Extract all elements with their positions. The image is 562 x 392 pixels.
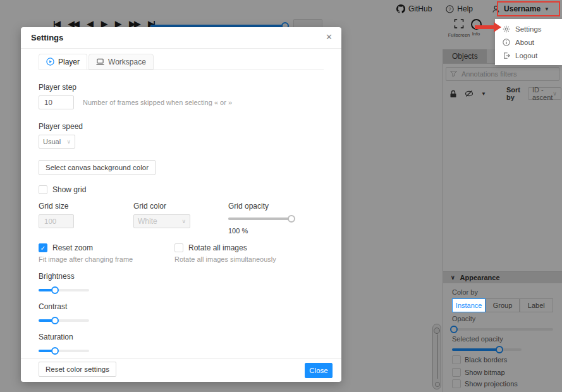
reset-zoom-label: Reset zoom [52, 243, 93, 252]
saturation-label: Saturation [39, 333, 324, 341]
chevron-down-icon: ∨ [66, 138, 71, 145]
grid-color-select[interactable]: White ∨ [133, 214, 190, 228]
menu-item-about[interactable]: About [495, 35, 562, 49]
show-grid-checkbox-box: ✓ [39, 185, 47, 194]
user-menu-dropdown: Settings About Logout [495, 19, 562, 65]
settings-modal-title: Settings [31, 33, 63, 42]
select-canvas-background-color-button[interactable]: Select canvas background color [39, 160, 156, 175]
player-step-label: Player step [39, 83, 324, 92]
settings-modal-footer: Close [21, 358, 341, 382]
gear-icon [503, 25, 510, 33]
grid-opacity-value: 100 % [228, 227, 323, 235]
grid-opacity-fill [228, 217, 291, 220]
settings-modal-body: Player Workspace Player step Number of f… [21, 49, 341, 377]
settings-modal-header: Settings ✕ [21, 27, 341, 49]
reset-zoom-checkbox[interactable]: ✓ Reset zoom [39, 243, 174, 252]
brightness-label: Brightness [39, 272, 324, 281]
tab-workspace-label: Workspace [108, 58, 146, 66]
show-grid-label: Show grid [52, 185, 86, 194]
tab-player-label: Player [58, 58, 80, 66]
player-step-hint: Number of frames skipped when selecting … [83, 99, 232, 106]
player-speed-select[interactable]: Usual ∨ [39, 135, 75, 149]
rotate-all-images-hint: Rotate all images simultaneously [174, 255, 310, 263]
grid-color-value: White [138, 217, 157, 226]
menu-item-logout[interactable]: Logout [495, 49, 562, 62]
rotate-all-images-checkbox-box: ✓ [174, 243, 183, 252]
chevron-down-icon: ∨ [181, 218, 186, 224]
settings-modal: Settings ✕ Player Workspace Player step … [21, 27, 341, 382]
reset-zoom-hint: Fit image after changing frame [39, 255, 174, 263]
show-grid-checkbox[interactable]: ✓ Show grid [39, 185, 324, 194]
annotation-arrow [475, 25, 494, 29]
saturation-handle[interactable] [51, 347, 59, 355]
contrast-label: Contrast [39, 302, 324, 311]
grid-color-label: Grid color [133, 202, 228, 211]
contrast-slider[interactable] [39, 316, 89, 324]
grid-opacity-slider[interactable] [228, 214, 291, 222]
menu-item-logout-label: Logout [515, 52, 537, 59]
brightness-slider[interactable] [39, 286, 89, 293]
logout-icon [503, 52, 510, 59]
grid-size-input[interactable] [39, 214, 74, 228]
rotate-all-images-checkbox[interactable]: ✓ Rotate all images [174, 243, 310, 252]
saturation-slider[interactable] [39, 346, 89, 354]
grid-opacity-handle[interactable] [288, 215, 295, 223]
menu-item-about-label: About [515, 39, 534, 46]
info-circle-icon [503, 39, 510, 46]
player-speed-value: Usual [43, 138, 61, 145]
grid-opacity-label: Grid opacity [228, 202, 323, 211]
tab-workspace[interactable]: Workspace [89, 54, 154, 70]
menu-item-settings-label: Settings [515, 25, 542, 33]
color-by-instance-option[interactable]: Instance [452, 298, 486, 312]
menu-item-settings[interactable]: Settings [495, 22, 562, 35]
player-step-input[interactable] [39, 95, 74, 109]
close-button[interactable]: Close [305, 363, 333, 378]
contrast-handle[interactable] [51, 317, 59, 324]
reset-zoom-checkbox-box: ✓ [39, 243, 47, 252]
brightness-handle[interactable] [51, 286, 59, 294]
laptop-icon [96, 58, 104, 66]
grid-size-label: Grid size [39, 202, 133, 211]
tab-player[interactable]: Player [39, 54, 87, 70]
play-circle-icon [46, 58, 54, 66]
close-icon[interactable]: ✕ [326, 32, 333, 42]
rotate-all-images-label: Rotate all images [188, 243, 247, 252]
settings-tabs: Player Workspace [39, 54, 324, 70]
annotation-highlight-box [497, 1, 560, 16]
player-speed-label: Player speed [39, 122, 324, 131]
